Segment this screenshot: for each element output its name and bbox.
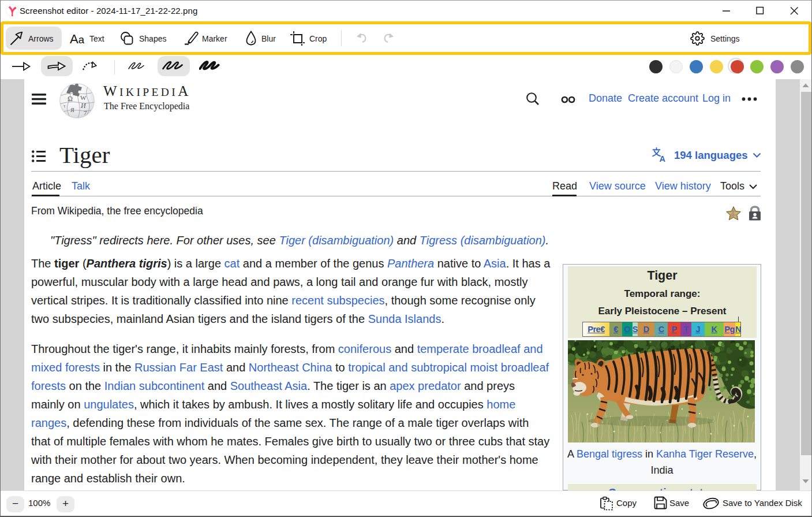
svg-text:A: A bbox=[660, 154, 666, 162]
svg-text:W: W bbox=[80, 94, 87, 101]
svg-text:Я: Я bbox=[70, 107, 74, 113]
svg-text:Ω: Ω bbox=[68, 95, 73, 103]
svg-text:И: И bbox=[80, 102, 87, 110]
svg-text:τ: τ bbox=[63, 103, 66, 109]
